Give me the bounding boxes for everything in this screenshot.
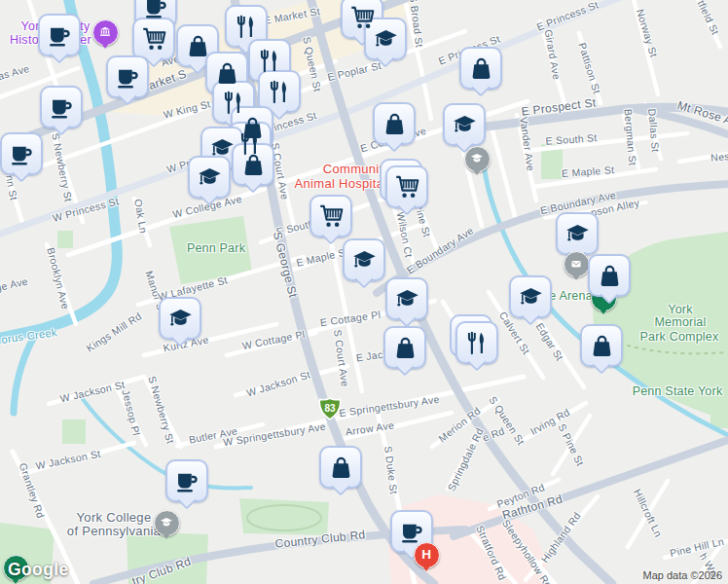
cap-icon xyxy=(452,112,478,138)
map-markers-layer: H xyxy=(0,0,728,584)
cap-w-icon xyxy=(469,151,485,166)
coffee-icon xyxy=(49,94,75,121)
cap-w-icon xyxy=(159,515,174,530)
shopping-marker[interactable] xyxy=(373,102,416,145)
grocery-marker[interactable] xyxy=(385,165,428,208)
hospital-marker[interactable]: H xyxy=(414,542,440,568)
shopping-marker[interactable] xyxy=(319,446,362,489)
mail-w-icon xyxy=(568,256,584,272)
coffee-icon xyxy=(115,64,141,91)
school-marker[interactable] xyxy=(343,238,385,281)
cart-icon xyxy=(349,5,376,31)
coffee-icon xyxy=(9,141,35,167)
map-attribution: Map data ©2026 xyxy=(643,569,723,581)
cart-icon xyxy=(394,174,420,201)
cap-icon xyxy=(209,135,236,162)
museum-marker[interactable] xyxy=(92,19,119,46)
cap-icon xyxy=(351,247,378,274)
coffee-marker[interactable] xyxy=(38,14,81,56)
bag-icon xyxy=(185,33,211,59)
cart-icon xyxy=(318,203,345,230)
shopping-marker[interactable] xyxy=(383,326,426,369)
coffee-icon xyxy=(143,0,169,20)
bag-icon xyxy=(468,55,494,82)
school-marker[interactable] xyxy=(556,212,599,255)
coffee-marker[interactable] xyxy=(0,132,43,175)
fork-icon xyxy=(464,330,491,356)
grocery-marker[interactable] xyxy=(309,195,352,237)
hospital-letter: H xyxy=(421,548,431,562)
restaurant-marker[interactable] xyxy=(455,321,498,364)
coffee-icon xyxy=(47,22,73,49)
cap-icon xyxy=(197,164,223,191)
cap-icon xyxy=(373,26,399,53)
coffee-marker[interactable] xyxy=(165,459,208,502)
school-marker[interactable] xyxy=(443,103,486,146)
bag-icon xyxy=(240,152,267,178)
cap-icon xyxy=(394,286,420,312)
school-marker[interactable] xyxy=(509,275,552,318)
coffee-marker[interactable] xyxy=(40,86,83,128)
bag-icon xyxy=(328,455,354,481)
google-logo[interactable]: Google xyxy=(8,560,69,580)
coffee-marker[interactable] xyxy=(106,55,149,98)
bag-icon xyxy=(214,60,240,87)
coffee-icon xyxy=(174,468,200,494)
school-marker[interactable] xyxy=(188,156,231,199)
bag-icon xyxy=(589,333,615,359)
mail-badge[interactable] xyxy=(564,251,590,277)
shopping-marker[interactable] xyxy=(588,254,631,297)
cart-icon xyxy=(141,26,167,53)
cap-icon xyxy=(167,306,194,332)
school-marker[interactable] xyxy=(385,277,428,320)
fork-icon xyxy=(221,90,247,116)
museum-w-icon xyxy=(97,24,113,40)
education-badge[interactable] xyxy=(464,146,491,172)
bag-icon xyxy=(597,263,623,289)
fork-icon xyxy=(257,48,283,74)
school-marker[interactable] xyxy=(159,297,201,340)
grocery-marker[interactable] xyxy=(132,18,175,60)
cap-icon xyxy=(564,221,591,247)
fork-icon xyxy=(234,14,260,40)
shopping-marker[interactable] xyxy=(459,47,502,90)
bag-icon xyxy=(382,111,408,137)
shopping-marker[interactable] xyxy=(580,324,623,367)
cap-icon xyxy=(518,284,544,310)
coffee-icon xyxy=(399,519,425,545)
map-viewport[interactable]: E Market StW Market Sas AveAveW King StS… xyxy=(0,0,728,584)
education-badge[interactable] xyxy=(154,510,180,536)
fork-icon xyxy=(267,79,293,105)
bag-icon xyxy=(392,335,419,361)
